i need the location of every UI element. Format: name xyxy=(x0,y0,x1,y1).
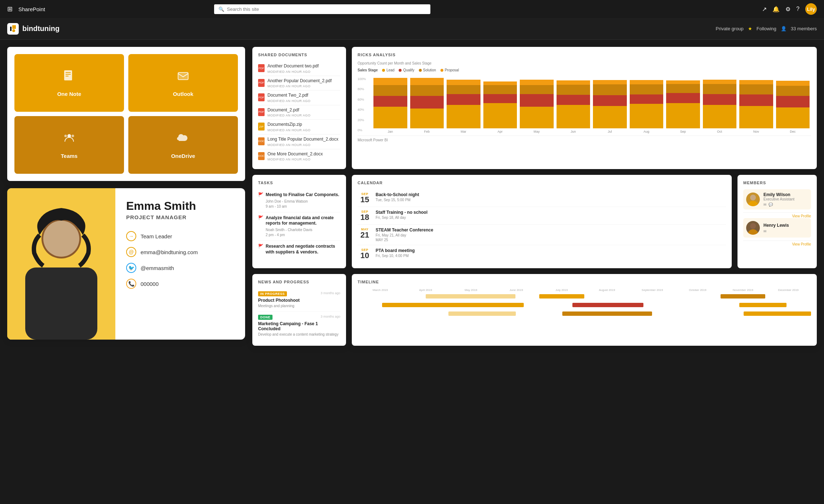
bell-icon[interactable]: 🔔 xyxy=(772,6,780,13)
task-title-1: Meeting to Finalise Car Componets. xyxy=(266,192,339,198)
doc-item[interactable]: PDF Document_2.pdf MODIFIED AN HOUR AGO xyxy=(258,105,340,120)
waffle-icon[interactable]: ⊞ xyxy=(7,5,13,13)
bar-jun: Jun xyxy=(557,78,590,133)
profile-twitter-item: 🐦 @emmasmith xyxy=(126,263,234,273)
doc-item[interactable]: ZIP DocumentsZip.zip MODIFIED AN HOUR AG… xyxy=(258,120,340,134)
bar-feb-qualify xyxy=(410,96,444,109)
top-bar: ⊞ SharePoint 🔍 ↗ 🔔 ⚙ ? Lily xyxy=(0,0,824,18)
zip-icon: ZIP xyxy=(258,123,265,131)
doc-info: Long Title Popular Document_2.docx MODIF… xyxy=(267,137,338,147)
doc-item[interactable]: PDF Another Document two.pdf MODIFIED AN… xyxy=(258,61,340,76)
view-profile-2[interactable]: View Profile xyxy=(743,240,811,246)
settings-icon[interactable]: ⚙ xyxy=(785,6,790,13)
task-content-2: Analyze financial data and create report… xyxy=(266,215,340,238)
member-info-1: Emily Wilson Executive Assistant ✉ 💬 xyxy=(763,192,794,207)
bar-jan-solution xyxy=(373,85,407,96)
bar-may-solution xyxy=(520,85,554,94)
search-input[interactable] xyxy=(227,6,426,12)
cal-event-info-4: PTA board meeting Fri, Sep 10, 4:00 PM xyxy=(376,248,415,260)
tl-bar-2c xyxy=(739,303,787,307)
task-flag-3: 🚩 xyxy=(258,244,263,249)
news-item-2: DONE 3 months ago Marketing Campaing - F… xyxy=(258,312,340,340)
member-name-2: Henry Lewis xyxy=(763,223,789,228)
bar-oct: Oct xyxy=(703,78,737,133)
member-item-1: Emily Wilson Executive Assistant ✉ 💬 xyxy=(743,189,811,209)
doc-name: Another Document two.pdf xyxy=(267,63,319,69)
member-email-icon-1[interactable]: ✉ xyxy=(763,203,766,207)
shared-documents-section: SHARED DOCUMENTS PDF Another Document tw… xyxy=(252,47,346,169)
cal-event-title-4: PTA board meeting xyxy=(376,248,415,253)
bar-aug: Aug xyxy=(630,78,664,133)
cal-event-title-2: Staff Training - no school xyxy=(376,210,427,215)
profile-role-item: → Team Leader xyxy=(126,231,234,241)
onenote-tile[interactable]: One Note xyxy=(14,54,124,112)
member-actions-2: ✉ xyxy=(763,229,789,233)
onedrive-tile[interactable]: OneDrive xyxy=(128,116,238,174)
member-item-2: Henry Lewis ✉ xyxy=(743,218,811,238)
tl-label-10: December 2019 xyxy=(766,288,811,292)
svg-point-0 xyxy=(12,29,15,32)
help-icon[interactable]: ? xyxy=(796,6,799,12)
search-icon: 🔍 xyxy=(218,6,224,12)
task-title-3: Research and negotiate contracts with su… xyxy=(266,244,340,255)
bar-feb-solution xyxy=(410,85,444,96)
profile-photo-section xyxy=(7,188,115,340)
bar-aug-qualify xyxy=(630,94,664,104)
doc-item[interactable]: DOC Long Title Popular Document_2.docx M… xyxy=(258,134,340,149)
task-item-3: 🚩 Research and negotiate contracts with … xyxy=(258,241,340,258)
lead-dot xyxy=(382,69,385,72)
legend-proposal-label: Proposal xyxy=(445,68,459,72)
doc-item[interactable]: PDF Another Popular Document_2.pdf MODIF… xyxy=(258,76,340,91)
view-profile-1[interactable]: View Profile xyxy=(743,212,811,218)
qualify-dot xyxy=(399,69,402,72)
outlook-tile[interactable]: Outlook xyxy=(128,54,238,112)
bar-sep-solution xyxy=(666,84,700,93)
following-button[interactable]: Following xyxy=(757,26,776,31)
bar-sep-lead xyxy=(666,103,700,128)
bar-jan-lead xyxy=(373,107,407,128)
doc-modified: MODIFIED AN HOUR AGO xyxy=(267,128,311,132)
teams-tile[interactable]: Teams xyxy=(14,116,124,174)
doc-item[interactable]: PDF Document Two_2.pdf MODIFIED AN HOUR … xyxy=(258,90,340,105)
chart-container: 100% 80% 60% 40% 20% 0% xyxy=(358,76,811,133)
y-0: 0% xyxy=(358,128,369,132)
tl-bar-2a xyxy=(382,303,524,307)
bar-jun-proposal xyxy=(557,80,590,85)
bar-jul-label: Jul xyxy=(608,130,612,133)
share-icon[interactable]: ↗ xyxy=(762,6,767,13)
cal-event-3: MAY 21 STEAM Teacher Conference Fri, May… xyxy=(358,225,726,245)
profile-phone-item: 📞 000000 xyxy=(126,279,234,289)
pdf-icon: PDF xyxy=(258,93,265,101)
bar-sep: Sep xyxy=(666,78,700,133)
member-email-icon-2[interactable]: ✉ xyxy=(763,229,766,233)
doc-item[interactable]: DOC One More Document_2.docx MODIFIED AN… xyxy=(258,149,340,164)
bars-area: Jan Feb xyxy=(372,76,811,133)
doc-modified: MODIFIED AN HOUR AGO xyxy=(267,70,319,74)
profile-email-item: @ emma@bindtuning.com xyxy=(126,247,234,257)
y-20: 20% xyxy=(358,118,369,122)
tl-label-2: April 2019 xyxy=(403,288,448,292)
proposal-dot xyxy=(440,69,443,72)
bar-may-lead xyxy=(520,107,554,128)
profile-email: emma@bindtuning.com xyxy=(141,249,198,255)
bar-dec-lead xyxy=(776,107,810,128)
bar-may: May xyxy=(520,78,554,133)
star-icon[interactable]: ★ xyxy=(748,26,752,31)
cal-event-sub-2: Fri, Sep 18, All day xyxy=(376,216,427,220)
member-avatar-1 xyxy=(746,193,760,206)
profile-role: Team Leader xyxy=(141,233,172,239)
tl-bar-1b xyxy=(539,294,584,299)
doc-info: Document Two_2.pdf MODIFIED AN HOUR AGO xyxy=(267,93,311,103)
tl-row-3 xyxy=(358,311,811,316)
cal-day-1: 15 xyxy=(358,196,372,204)
ricks-analysis-section: RICKS ANALYSIS Opportunity Count per Mon… xyxy=(352,47,817,169)
member-chat-icon-1[interactable]: 💬 xyxy=(768,203,773,207)
bar-oct-proposal xyxy=(703,80,737,84)
tl-bar-2b xyxy=(572,303,643,307)
docx-icon: DOC xyxy=(258,152,265,160)
user-avatar[interactable]: Lily xyxy=(805,3,817,15)
calendar-title: CALENDAR xyxy=(358,181,726,185)
phone-icon: 📞 xyxy=(126,279,136,289)
docx-icon: DOC xyxy=(258,137,265,145)
right-column: SHARED DOCUMENTS PDF Another Document tw… xyxy=(252,47,817,346)
